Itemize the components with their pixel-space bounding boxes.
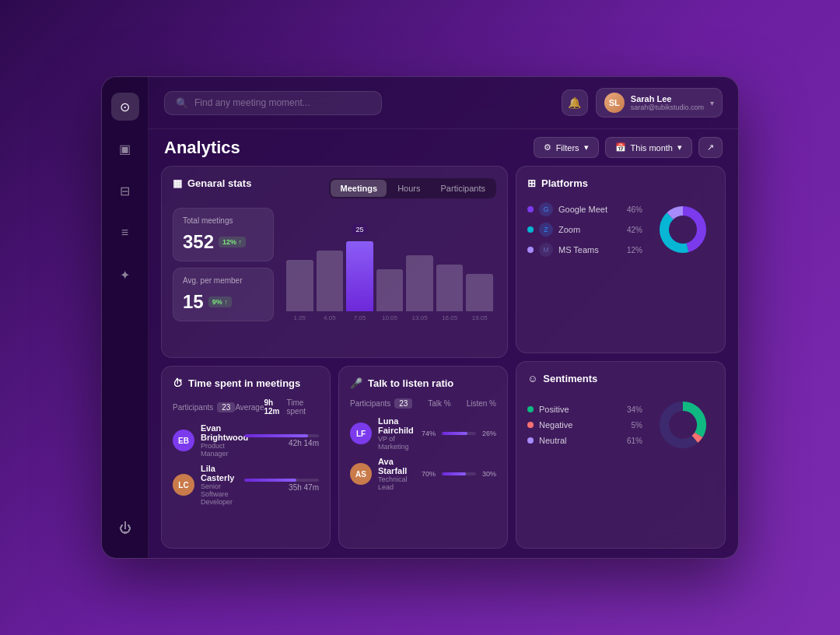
sentiment-list: Positive 34% Negative 5% Neutral — [527, 405, 642, 445]
bar-tooltip: 25 — [352, 224, 367, 235]
participant-row: EB Evan Brightwood Product Manager 42h 1… — [173, 423, 319, 458]
sidebar-item-power[interactable]: ⏻ — [111, 514, 139, 542]
platform-item-googlemeet: G Google Meet 46% — [527, 202, 642, 216]
zoom-icon: Z — [539, 223, 553, 237]
bar-group — [406, 255, 433, 311]
x-label: 16.05 — [436, 314, 464, 321]
chevron-down-icon: ▾ — [710, 99, 714, 107]
google-meet-dot — [527, 206, 534, 212]
dashboard: ⊙ ▣ ⊟ ≡ ✦ ⏻ 🔍 Find any meeting moment...… — [101, 76, 739, 559]
toolbar-actions: ⚙ Filters ▾ 📅 This month ▾ ↗ — [534, 137, 723, 158]
general-stats-card: ▦ Genaral stats Meetings Hours Participa… — [161, 166, 508, 358]
google-meet-name: Google Meet — [558, 205, 621, 214]
sidebar-item-star[interactable]: ✦ — [111, 261, 139, 289]
sidebar: ⊙ ▣ ⊟ ≡ ✦ ⏻ — [102, 77, 149, 558]
user-email: sarah@tubikstudio.com — [631, 103, 704, 111]
right-column: ⊞ Platforms G Google Meet 46% — [516, 166, 726, 549]
stats-metrics: Total meetings 352 12% ↑ Avg. per member… — [173, 208, 274, 321]
platforms-body: G Google Meet 46% Z Zoom 42% — [527, 198, 714, 261]
platform-item-msteams: M MS Teams 12% — [527, 243, 642, 257]
bar — [317, 251, 344, 311]
platforms-title: ⊞ Platforms — [527, 177, 714, 189]
talk-row-luna: LF Luna Fairchild VP of Marketing 74% — [350, 416, 496, 451]
neutral-label: Neutral — [539, 436, 621, 445]
sentiment-positive: Positive 34% — [527, 405, 642, 414]
x-label: 4.05 — [317, 314, 344, 321]
date-filter-button[interactable]: 📅 This month ▾ — [605, 137, 692, 158]
platform-item-zoom: Z Zoom 42% — [527, 223, 642, 237]
talk-ratio-card: 🎤 Talk to listen ratio Participants 23 T… — [338, 366, 508, 549]
time-spent-card: ⏱ Time spent in meetings Participants 23… — [161, 366, 331, 549]
time-spent-header: Participants 23 Average 9h 12m Time spen… — [173, 398, 319, 416]
talk-participants-label: Participants 23 — [350, 398, 412, 409]
main-content: 🔍 Find any meeting moment... 🔔 SL Sarah … — [149, 77, 738, 558]
negative-label: Negative — [539, 420, 626, 430]
sentiment-icon: ☺ — [527, 373, 537, 384]
luna-info: Luna Fairchild VP of Marketing — [378, 416, 415, 451]
search-input[interactable]: Find any meeting moment... — [194, 97, 310, 108]
tab-hours[interactable]: Hours — [388, 180, 429, 197]
total-meetings-label: Total meetings — [183, 216, 264, 225]
luna-avatar: LF — [350, 423, 372, 444]
sentiments-card: ☺ Sentiments Positive 34% — [516, 361, 726, 549]
bar — [376, 269, 404, 311]
evan-progress: 42h 14m — [244, 434, 319, 447]
stats-header: ▦ Genaral stats Meetings Hours Participa… — [173, 177, 496, 198]
luna-ratio-bar: 74% 26% — [422, 430, 496, 437]
sidebar-item-list[interactable]: ≡ — [111, 219, 139, 247]
total-meetings-badge: 12% ↑ — [219, 237, 246, 247]
share-button[interactable]: ↗ — [698, 137, 723, 158]
user-badge[interactable]: SL Sarah Lee sarah@tubikstudio.com ▾ — [596, 88, 723, 118]
x-label: 7.05 — [346, 314, 373, 321]
platforms-card: ⊞ Platforms G Google Meet 46% — [516, 166, 726, 353]
negative-dot — [527, 422, 534, 428]
sidebar-item-calendar[interactable]: ⊟ — [111, 177, 139, 205]
stats-body: Total meetings 352 12% ↑ Avg. per member… — [173, 208, 496, 321]
bar-group — [436, 265, 464, 311]
lila-avatar: LC — [173, 474, 194, 496]
google-meet-icon: G — [539, 202, 553, 216]
total-meetings-card: Total meetings 352 12% ↑ — [173, 208, 274, 261]
zoom-dot — [527, 226, 534, 233]
time-spent-rows: EB Evan Brightwood Product Manager 42h 1… — [173, 423, 319, 506]
sentiments-donut-chart — [652, 394, 714, 456]
x-axis-labels: 1.054.057.0510.0513.0516.0519.05 — [283, 311, 496, 321]
ms-teams-dot — [527, 247, 534, 253]
avg-per-member-card: Avg. per member 15 9% ↑ — [173, 268, 274, 321]
chevron-down-icon: ▾ — [677, 142, 682, 153]
filter-icon: ⚙ — [544, 142, 551, 153]
search-bar[interactable]: 🔍 Find any meeting moment... — [164, 91, 382, 115]
sidebar-item-grid[interactable]: ▣ — [111, 135, 139, 163]
tab-meetings[interactable]: Meetings — [331, 180, 387, 197]
talk-row-ava: AS Ava Starfall Technical Lead 70% 30% — [350, 457, 496, 491]
ms-teams-name: MS Teams — [558, 245, 621, 254]
notification-button[interactable]: 🔔 — [562, 89, 588, 116]
lila-info: Lila Casterly Senior Software Developer — [201, 464, 238, 506]
general-stats-title: ▦ Genaral stats — [173, 177, 251, 189]
bar-group: 25 — [346, 241, 373, 311]
bottom-row: ⏱ Time spent in meetings Participants 23… — [161, 366, 508, 549]
avg-per-member-badge: 9% ↑ — [208, 296, 232, 307]
bar-group — [317, 251, 344, 311]
talk-ratio-title: 🎤 Talk to listen ratio — [350, 377, 496, 389]
filters-button[interactable]: ⚙ Filters ▾ — [534, 137, 599, 158]
positive-dot — [527, 406, 534, 412]
participants-label: Participants 23 — [173, 402, 235, 412]
sidebar-item-home[interactable]: ⊙ — [111, 93, 139, 121]
bar-group — [376, 269, 404, 311]
positive-pct: 34% — [627, 405, 642, 414]
header: 🔍 Find any meeting moment... 🔔 SL Sarah … — [149, 77, 738, 129]
avg-per-member-value: 15 9% ↑ — [183, 291, 264, 313]
zoom-name: Zoom — [558, 225, 621, 234]
ava-avatar: AS — [350, 463, 372, 485]
talk-ratio-header: Participants 23 Talk % Listen % — [350, 398, 496, 409]
platform-list: G Google Meet 46% Z Zoom 42% — [527, 202, 642, 257]
ms-teams-icon: M — [539, 243, 553, 257]
negative-pct: 5% — [632, 421, 642, 430]
clock-icon: ⏱ — [173, 377, 183, 389]
lila-progress: 35h 47m — [244, 479, 319, 492]
sentiment-neutral: Neutral 61% — [527, 436, 642, 445]
bar — [466, 274, 493, 311]
tab-participants[interactable]: Participants — [432, 180, 495, 197]
chevron-down-icon: ▾ — [584, 142, 589, 153]
